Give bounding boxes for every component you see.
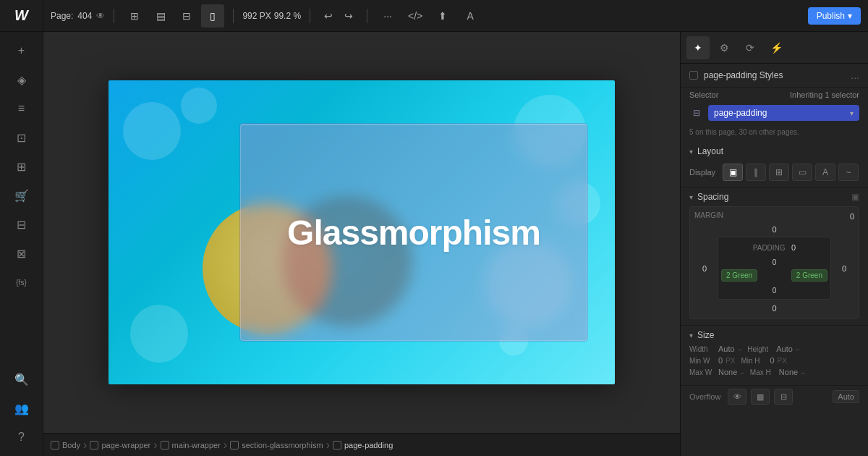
spacing-middle-row: 0 PADDING 0 0 2 Green 2 Green (694, 237, 854, 300)
style-tab[interactable]: ✦ (686, 36, 710, 59)
eye-icon[interactable]: 👁 (96, 11, 105, 21)
max-w-value[interactable]: None (718, 368, 737, 376)
margin-bottom-input[interactable]: 0 (772, 304, 776, 313)
lightning-tab[interactable]: ⚡ (765, 36, 788, 59)
users-button[interactable]: 👥 (7, 395, 36, 421)
cms-button[interactable]: ⊟ (7, 211, 36, 237)
spacing-section-title[interactable]: ▾ Spacing ▣ (681, 187, 868, 206)
margin-left-input[interactable]: 0 (694, 264, 715, 273)
pages-button[interactable]: ⊡ (7, 124, 36, 151)
redo-button[interactable]: ↪ (339, 7, 358, 25)
add-page-button[interactable]: ⊞ (123, 4, 146, 28)
breadcrumb-page-wrapper[interactable]: page-wrapper (90, 441, 150, 449)
size-fields: Width Auto – Height Auto – Min W 0 PX (681, 345, 868, 385)
breadcrumb-main-wrapper[interactable]: main-wrapper (161, 441, 221, 449)
min-h-value[interactable]: 0 (770, 356, 774, 365)
breadcrumb-pad-label[interactable]: page-padding (344, 441, 393, 449)
layout-section-title[interactable]: ▾ Layout (681, 142, 868, 161)
mobile-button[interactable]: ▯ (201, 4, 224, 28)
padding-box: PADDING 0 0 2 Green 2 Green 0 (718, 237, 831, 300)
overflow-auto-button[interactable]: Auto (833, 390, 859, 403)
width-value[interactable]: Auto (718, 345, 735, 353)
components-side-button[interactable]: ◈ (7, 67, 36, 93)
margin-right-input[interactable]: 0 (834, 264, 854, 273)
page-label: Page: (51, 11, 73, 21)
zoom-px: 992 PX (242, 11, 271, 21)
help-button[interactable]: ? (7, 424, 36, 450)
padding-bottom-value[interactable]: 0 (773, 287, 777, 295)
breadcrumb-pw-label[interactable]: page-wrapper (101, 441, 150, 449)
search-side-button[interactable]: 🔍 (7, 366, 36, 392)
height-unit: – (796, 345, 800, 353)
selector-label: Selector (689, 90, 718, 99)
size-section-title[interactable]: ▾ Size (681, 326, 868, 345)
breadcrumb-section[interactable]: section-glassmorphism (230, 441, 323, 449)
padding-left-green[interactable]: 2 Green (721, 269, 757, 282)
selector-input[interactable]: page-padding ▾ (708, 105, 859, 121)
breadcrumb-body[interactable]: Body (51, 441, 80, 449)
undo-button[interactable]: ↩ (319, 7, 338, 25)
min-w-unit: PX (726, 357, 735, 365)
max-h-field: Max H None – (750, 368, 805, 376)
padding-inner-row: 2 Green 2 Green (721, 269, 827, 282)
canvas-frame: Glassmorphism (109, 80, 615, 384)
display-text-button[interactable]: A (815, 164, 835, 181)
padding-value[interactable]: 0 (791, 243, 796, 252)
seo-icon[interactable]: A (459, 4, 482, 28)
navigator-button[interactable]: ≡ (7, 96, 36, 122)
share-icon[interactable]: ⬆ (431, 4, 454, 28)
bubble-1 (123, 102, 181, 160)
components-button[interactable]: ▤ (149, 4, 172, 28)
add-element-button[interactable]: + (7, 38, 36, 64)
breadcrumb-body-icon (51, 441, 59, 449)
margin-value[interactable]: 0 (850, 212, 854, 221)
breadcrumb-sec-label[interactable]: section-glassmorphism (242, 441, 323, 449)
width-field: Width Auto – (689, 345, 741, 353)
overflow-hidden-button[interactable]: ▦ (751, 389, 770, 405)
max-h-value[interactable]: None (779, 368, 798, 376)
display-none-button[interactable]: ~ (838, 164, 859, 181)
size-arrow-icon: ▾ (689, 332, 693, 339)
breadcrumb-sec-icon (230, 441, 239, 449)
canvas-content[interactable]: Glassmorphism (43, 32, 680, 433)
display-flex-button[interactable]: ∥ (746, 164, 766, 181)
display-row: Display ▣ ∥ ⊞ ▭ A ~ (681, 161, 868, 187)
breadcrumb-padding[interactable]: page-padding (333, 441, 393, 449)
height-label: Height (747, 345, 773, 353)
code-icon[interactable]: </> (404, 4, 427, 28)
breadcrumb-pad-icon (333, 441, 341, 449)
layers-button[interactable]: ⊞ (7, 153, 36, 180)
spacing-reset-button[interactable]: ▣ (851, 192, 859, 202)
breadcrumb-mw-label[interactable]: main-wrapper (172, 441, 221, 449)
margin-top-input[interactable]: 0 (772, 225, 776, 234)
display-inline-button[interactable]: ▭ (792, 164, 812, 181)
min-w-value[interactable]: 0 (718, 356, 723, 365)
styles-more-button[interactable]: ... (851, 69, 859, 81)
ecommerce-button[interactable]: 🛒 (7, 182, 36, 208)
grid-button[interactable]: ⊟ (175, 4, 198, 28)
more-icon[interactable]: ··· (376, 4, 399, 28)
selector-hint: 5 on this page, 30 on other pages. (681, 127, 868, 142)
selector-chevron-icon: ▾ (850, 109, 854, 117)
padding-right-green[interactable]: 2 Green (791, 269, 827, 282)
overflow-scroll-button[interactable]: ⊟ (774, 389, 793, 405)
size-section: ▾ Size Width Auto – Height Auto – (681, 326, 868, 386)
width-label: Width (689, 345, 715, 353)
padding-top-value[interactable]: 0 (773, 258, 777, 266)
min-h-unit: PX (778, 357, 787, 365)
assets-button[interactable]: ⊠ (7, 240, 36, 266)
logic-button[interactable]: {fs} (7, 269, 36, 295)
overflow-visible-button[interactable]: 👁 (728, 389, 746, 405)
interactions-tab[interactable]: ⟳ (739, 36, 762, 59)
glass-panel[interactable]: Glassmorphism (240, 124, 587, 341)
publish-button[interactable]: Publish ▾ (808, 7, 861, 25)
selector-input-value: page-padding (714, 108, 767, 118)
settings-tab[interactable]: ⚙ (712, 36, 736, 59)
height-value[interactable]: Auto (776, 345, 793, 353)
styles-checkbox[interactable] (689, 71, 698, 80)
display-block-button[interactable]: ▣ (723, 164, 743, 181)
min-w-label: Min W (689, 357, 715, 365)
left-sidebar: + ◈ ≡ ⊡ ⊞ 🛒 ⊟ ⊠ {fs} 🔍 👥 ? (0, 32, 43, 456)
display-grid-button[interactable]: ⊞ (769, 164, 789, 181)
breadcrumb-body-label[interactable]: Body (62, 441, 80, 449)
